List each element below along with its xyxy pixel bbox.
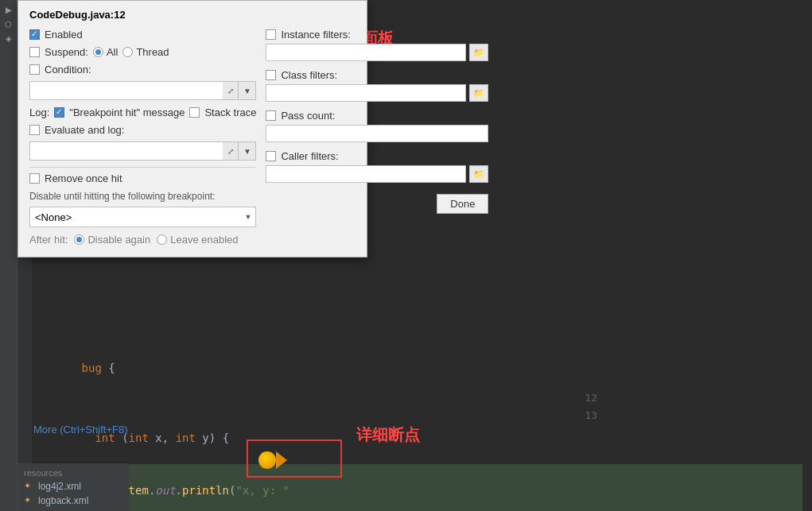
stack-trace-label: Stack trace [204, 106, 256, 118]
class-filters-checkbox[interactable] [266, 70, 276, 80]
evaluate-log-checkbox[interactable] [29, 125, 40, 135]
sidebar-icon-1: ▶ [2, 3, 15, 16]
evaluate-input-wrapper: ⤢ ▼ [29, 141, 256, 161]
caller-filters-input-row: 📁 [266, 165, 488, 183]
disable-until-row: Disable until hitting the following brea… [29, 190, 256, 202]
suspend-thread-radio[interactable] [122, 47, 133, 57]
class-filters-label-row: Class filters: [266, 69, 488, 81]
condition-expand-btn[interactable]: ⤢ [223, 81, 239, 100]
caller-filters-row: Caller filters: 📁 [266, 150, 488, 183]
suspend-all-radio[interactable] [93, 47, 103, 57]
file-item-logback[interactable]: ✦ logback.xml [17, 494, 129, 508]
disable-until-label: Disable until hitting the following brea… [29, 191, 215, 202]
file-logback-name: logback.xml [38, 495, 88, 506]
dialog-right-col: Instance filters: 📁 Class filters: 📁 [266, 29, 488, 246]
caller-filters-label: Caller filters: [281, 150, 338, 162]
pass-count-label: Pass count: [281, 110, 335, 122]
evaluate-log-row: Evaluate and log: [29, 124, 256, 136]
instance-filters-checkbox[interactable] [266, 29, 276, 40]
resources-label: resources [17, 466, 129, 479]
file-item-log4j[interactable]: ✦ log4j2.xml [17, 479, 129, 494]
pass-count-input-row [266, 125, 488, 142]
code-line-method: int (int x, int y) { [41, 412, 802, 464]
suspend-thread-radio-container: Thread [122, 46, 169, 58]
class-filters-input-row: 📁 [266, 84, 488, 102]
line-13: 13 [585, 407, 597, 424]
after-hit-row: After hit: Disable again Leave enabled [29, 234, 256, 246]
stack-trace-checkbox[interactable] [189, 107, 200, 118]
divider-1 [29, 167, 256, 168]
caller-filters-checkbox[interactable] [266, 151, 276, 161]
file-tree: resources ✦ log4j2.xml ✦ logback.xml [17, 463, 129, 511]
code-line-12: System.out.println("x, y: " [41, 464, 802, 511]
line-12: 12 [585, 389, 597, 407]
instance-filters-input[interactable] [266, 44, 466, 61]
class-filters-row: Class filters: 📁 [266, 69, 488, 102]
evaluate-expand-btn[interactable]: ⤢ [223, 141, 239, 161]
disable-again-radio[interactable] [74, 234, 84, 245]
evaluate-log-label: Evaluate and log: [45, 124, 124, 136]
leave-enabled-radio[interactable] [157, 234, 167, 245]
pass-count-label-row: Pass count: [266, 110, 488, 122]
suspend-row: Suspend: All Thread [29, 46, 256, 58]
condition-label: Condition: [45, 64, 91, 75]
pass-count-input[interactable] [266, 125, 488, 142]
caller-filters-label-row: Caller filters: [266, 150, 488, 162]
condition-row: Condition: [29, 64, 256, 75]
file-log4j-name: log4j2.xml [38, 481, 81, 492]
enabled-label: Enabled [45, 29, 83, 41]
condition-checkbox[interactable] [29, 64, 40, 75]
instance-filters-row: Instance filters: 📁 [266, 29, 488, 61]
xml-icon-2: ✦ [24, 495, 35, 506]
class-filters-label: Class filters: [281, 69, 337, 81]
condition-input-row: ⤢ ▼ [29, 81, 256, 100]
condition-input-wrapper: ⤢ ▼ [29, 81, 256, 100]
leave-enabled-label: Leave enabled [170, 234, 238, 246]
disable-until-select[interactable]: <None> [29, 207, 256, 227]
none-dropdown-row: <None> [29, 207, 256, 227]
code-line-bug: bug { [41, 342, 802, 394]
condition-dropdown-btn[interactable]: ▼ [239, 81, 256, 100]
sidebar-icon-2: ⬡ [2, 17, 15, 30]
caller-filters-btn[interactable]: 📁 [469, 165, 488, 183]
dialog-title: CodeDebug.java:12 [29, 9, 355, 21]
thread-label: Thread [136, 46, 169, 58]
line-numbers: 12 13 [585, 389, 597, 424]
instance-filters-label: Instance filters: [281, 29, 350, 41]
log-label: Log: [29, 106, 49, 118]
remove-once-hit-checkbox[interactable] [29, 173, 40, 184]
class-filters-input[interactable] [266, 84, 466, 102]
done-button[interactable]: Done [437, 194, 488, 214]
instance-filters-btn[interactable]: 📁 [469, 44, 488, 61]
after-hit-label: After hit: [29, 234, 68, 246]
suspend-all-radio-container: All [93, 46, 118, 58]
leave-enabled-radio-container: Leave enabled [157, 234, 238, 246]
enabled-row: Enabled [29, 29, 256, 41]
suspend-checkbox[interactable] [29, 47, 40, 57]
evaluate-dropdown-btn[interactable]: ▼ [239, 141, 256, 161]
disable-again-radio-container: Disable again [74, 234, 150, 246]
more-link[interactable]: More (Ctrl+Shift+F8) [33, 424, 127, 436]
left-sidebar: ▶ ⬡ ◈ [0, 0, 17, 511]
evaluate-input-row: ⤢ ▼ [29, 141, 256, 161]
dialog-left-col: Enabled Suspend: All Thread Condition: [29, 29, 256, 246]
log-row: Log: "Breakpoint hit" message Stack trac… [29, 106, 256, 118]
all-label: All [107, 46, 118, 58]
suspend-label: Suspend: [45, 46, 88, 58]
log-checkbox[interactable] [54, 107, 64, 118]
caller-filters-input[interactable] [266, 165, 466, 183]
pass-count-row: Pass count: [266, 110, 488, 142]
pass-count-checkbox[interactable] [266, 110, 276, 121]
remove-once-hit-label: Remove once hit [45, 172, 122, 184]
sidebar-icon-3: ◈ [2, 32, 15, 45]
dialog-content: Enabled Suspend: All Thread Condition: [29, 29, 355, 246]
disable-again-label: Disable again [87, 234, 150, 246]
chinese-label-detail: 详细断点 [356, 424, 420, 446]
enabled-checkbox[interactable] [29, 29, 40, 40]
xml-icon: ✦ [24, 481, 35, 492]
bottom-row: Done [266, 194, 488, 214]
remove-once-hit-row: Remove once hit [29, 172, 256, 184]
instance-filters-input-row: 📁 [266, 44, 488, 61]
instance-filters-label-row: Instance filters: [266, 29, 488, 41]
class-filters-btn[interactable]: 📁 [469, 84, 488, 102]
